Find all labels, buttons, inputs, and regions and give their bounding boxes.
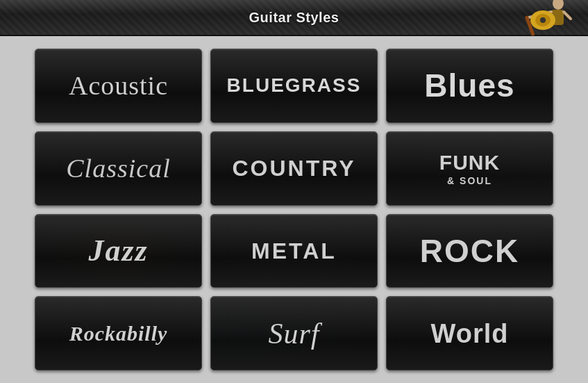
card-label-jazz: Jazz	[88, 236, 148, 266]
guitarist-svg	[508, 0, 578, 36]
card-label-country: COUNTRY	[232, 157, 355, 179]
style-card-rock[interactable]: ROCK	[386, 214, 553, 288]
style-card-rockabilly[interactable]: Rockabilly	[35, 296, 202, 370]
card-label-bluegrass: BLUEGRASS	[227, 76, 362, 95]
card-label-funk: FUNK& SOUL	[439, 150, 500, 187]
card-label-rock: ROCK	[420, 235, 519, 267]
style-card-acoustic[interactable]: Acoustic	[35, 49, 202, 123]
card-label-acoustic: Acoustic	[69, 72, 168, 99]
svg-point-0	[553, 0, 564, 10]
style-card-jazz[interactable]: Jazz	[35, 214, 202, 288]
style-card-metal[interactable]: METAL	[210, 214, 378, 288]
card-label-classical: Classical	[66, 155, 170, 181]
svg-point-7	[540, 17, 546, 23]
style-card-world[interactable]: World	[386, 296, 553, 370]
style-card-funk[interactable]: FUNK& SOUL	[386, 131, 553, 206]
card-label-blues: Blues	[424, 70, 514, 101]
style-card-bluegrass[interactable]: BLUEGRASS	[210, 49, 378, 123]
guitarist-image	[505, 0, 581, 36]
svg-line-3	[564, 12, 571, 19]
style-grid: AcousticBLUEGRASSBluesClassicalCOUNTRYFU…	[0, 36, 588, 383]
page-title: Guitar Styles	[249, 10, 339, 26]
card-label-metal: METAL	[251, 240, 337, 262]
header: Guitar Styles	[0, 0, 588, 36]
style-card-surf[interactable]: Surf	[210, 296, 378, 370]
card-label-world: World	[431, 320, 509, 347]
style-card-blues[interactable]: Blues	[386, 49, 553, 123]
card-label-rockabilly: Rockabilly	[69, 323, 168, 344]
card-label-surf: Surf	[268, 319, 319, 348]
style-card-country[interactable]: COUNTRY	[210, 131, 378, 206]
style-card-classical[interactable]: Classical	[35, 131, 202, 206]
